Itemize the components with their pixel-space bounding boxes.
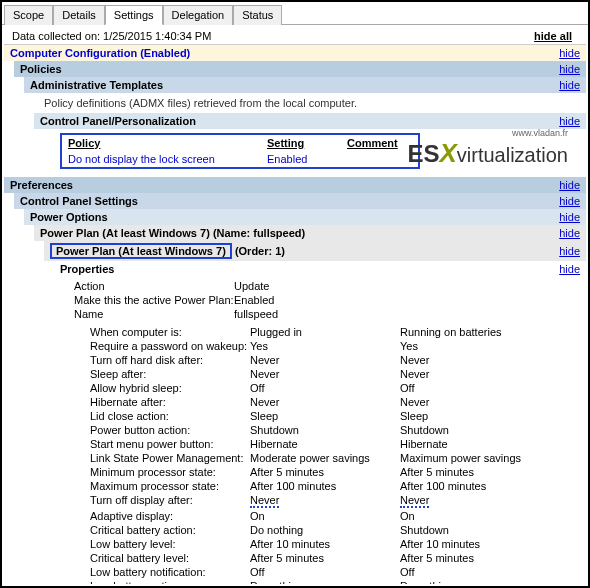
power-table-header: When computer is:Plugged inRunning on ba…	[90, 325, 586, 339]
table-row[interactable]: Do not display the lock screen Enabled	[61, 151, 419, 168]
power-table-row: Start menu power button:HibernateHiberna…	[90, 437, 586, 451]
comment-col-header[interactable]: Comment	[341, 134, 419, 151]
power-table-row: Minimum processor state:After 5 minutesA…	[90, 465, 586, 479]
setting-name: Allow hybrid sleep:	[90, 382, 250, 394]
policy-setting: Enabled	[261, 151, 341, 168]
setting-col-header[interactable]: Setting	[261, 134, 341, 151]
property-row: Make this the active Power Plan:Enabled	[74, 293, 586, 307]
hide-link[interactable]: hide	[559, 47, 580, 59]
property-key: Make this the active Power Plan:	[74, 294, 234, 306]
setting-name: Link State Power Management:	[90, 452, 250, 464]
settings-panel[interactable]: www.vladan.fr ESXvirtualization Data col…	[4, 24, 586, 584]
section-cp-personalization[interactable]: Control Panel/Personalization hide	[34, 113, 586, 129]
plugged-in-value: Moderate power savings	[250, 452, 400, 464]
setting-name: Turn off display after:	[90, 494, 250, 508]
admin-templates-label: Administrative Templates	[30, 79, 163, 91]
power-table-row: Low battery notification:OffOff	[90, 565, 586, 579]
properties-label: Properties	[60, 263, 114, 275]
watermark-logo: www.vladan.fr ESXvirtualization	[407, 132, 568, 169]
tab-delegation[interactable]: Delegation	[163, 5, 234, 25]
setting-name: Turn off hard disk after:	[90, 354, 250, 366]
setting-name: Minimum processor state:	[90, 466, 250, 478]
power-table-row: Power button action:ShutdownShutdown	[90, 423, 586, 437]
battery-value: Yes	[400, 340, 550, 352]
battery-value: After 5 minutes	[400, 466, 550, 478]
battery-value: Maximum power savings	[400, 452, 550, 464]
hide-link[interactable]: hide	[559, 195, 580, 207]
battery-value: Off	[400, 382, 550, 394]
hide-link[interactable]: hide	[559, 79, 580, 91]
plugged-in-value: Off	[250, 382, 400, 394]
power-options-label: Power Options	[30, 211, 108, 223]
plugged-in-value: After 5 minutes	[250, 552, 400, 564]
plugged-in-value: Never	[250, 396, 400, 408]
power-table-row: Turn off hard disk after:NeverNever	[90, 353, 586, 367]
setting-name: Sleep after:	[90, 368, 250, 380]
hide-link[interactable]: hide	[559, 227, 580, 239]
hide-link[interactable]: hide	[559, 115, 580, 127]
tab-scope[interactable]: Scope	[4, 5, 53, 25]
section-policies[interactable]: Policies hide	[14, 61, 586, 77]
setting-name: Adaptive display:	[90, 510, 250, 522]
power-plan-name-suffix: (Name: fullspeed)	[210, 227, 305, 239]
policy-name: Do not display the lock screen	[61, 151, 261, 168]
plugged-in-value: After 10 minutes	[250, 538, 400, 550]
plugged-in-value: Shutdown	[250, 424, 400, 436]
hide-link[interactable]: hide	[559, 263, 580, 275]
section-power-options[interactable]: Power Options hide	[24, 209, 586, 225]
section-power-plan-order[interactable]: Power Plan (At least Windows 7) (Order: …	[44, 241, 586, 261]
plugged-in-value: Hibernate	[250, 438, 400, 450]
property-row: ActionUpdate	[74, 279, 586, 293]
power-table-row: Hibernate after:NeverNever	[90, 395, 586, 409]
admx-note: Policy definitions (ADMX files) retrieve…	[4, 93, 586, 113]
property-value: Update	[234, 280, 384, 292]
power-table-row: Low battery action:Do nothingDo nothing	[90, 579, 586, 584]
section-properties[interactable]: Properties hide	[54, 261, 586, 277]
section-computer-configuration[interactable]: Computer Configuration (Enabled) hide	[4, 45, 586, 61]
power-table-row: Allow hybrid sleep:OffOff	[90, 381, 586, 395]
battery-value: Shutdown	[400, 524, 550, 536]
plugged-in-value: Do nothing	[250, 524, 400, 536]
data-collected-label: Data collected on: 1/25/2015 1:40:34 PM	[12, 30, 211, 42]
tab-bar: Scope Details Settings Delegation Status	[2, 2, 588, 25]
tab-settings[interactable]: Settings	[105, 5, 163, 25]
property-key: Action	[74, 280, 234, 292]
setting-name: Lid close action:	[90, 410, 250, 422]
battery-value: Off	[400, 566, 550, 578]
policy-col-header[interactable]: Policy	[61, 134, 261, 151]
setting-name: Start menu power button:	[90, 438, 250, 450]
policy-table: Policy Setting Comment Do not display th…	[60, 133, 420, 169]
battery-value: Never	[400, 368, 550, 380]
setting-name: Critical battery level:	[90, 552, 250, 564]
hide-link[interactable]: hide	[559, 211, 580, 223]
setting-name: Require a password on wakeup:	[90, 340, 250, 352]
section-cp-settings[interactable]: Control Panel Settings hide	[14, 193, 586, 209]
plugged-in-value: After 5 minutes	[250, 466, 400, 478]
property-key: Name	[74, 308, 234, 320]
battery-value: Sleep	[400, 410, 550, 422]
hide-all-link[interactable]: hide all	[534, 30, 578, 42]
plugged-in-value: Do nothing	[250, 580, 400, 584]
tab-details[interactable]: Details	[53, 5, 105, 25]
watermark-url: www.vladan.fr	[407, 128, 568, 138]
setting-name: Low battery level:	[90, 538, 250, 550]
battery-value: Do nothing	[400, 580, 550, 584]
hide-link[interactable]: hide	[559, 179, 580, 191]
hide-link[interactable]: hide	[559, 245, 580, 257]
section-preferences[interactable]: Preferences hide	[4, 177, 586, 193]
power-table-row: Turn off display after:NeverNever	[90, 493, 586, 509]
policies-label: Policies	[20, 63, 62, 75]
power-table-row: Critical battery action:Do nothingShutdo…	[90, 523, 586, 537]
power-table-row: Low battery level:After 10 minutesAfter …	[90, 537, 586, 551]
col-header: When computer is:	[90, 326, 250, 338]
battery-value: Shutdown	[400, 424, 550, 436]
section-admin-templates[interactable]: Administrative Templates hide	[24, 77, 586, 93]
battery-value: After 5 minutes	[400, 552, 550, 564]
section-power-plan-name[interactable]: Power Plan (At least Windows 7) (Name: f…	[34, 225, 586, 241]
tab-status[interactable]: Status	[233, 5, 282, 25]
plugged-in-value: Never	[250, 494, 400, 508]
property-value: fullspeed	[234, 308, 384, 320]
hide-link[interactable]: hide	[559, 63, 580, 75]
property-row: Namefullspeed	[74, 307, 586, 321]
setting-name: Hibernate after:	[90, 396, 250, 408]
